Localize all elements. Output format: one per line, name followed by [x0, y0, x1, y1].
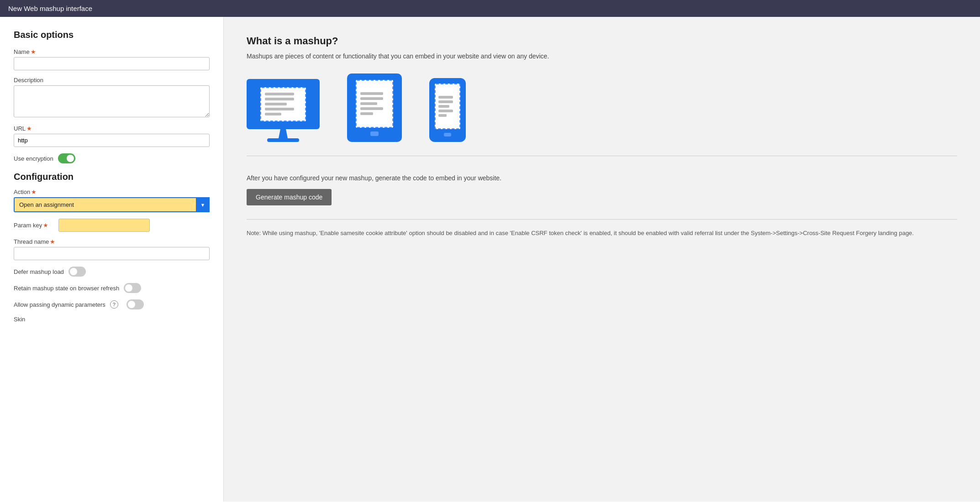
mashup-desc: Mashups are pieces of content or functio… [247, 52, 957, 60]
use-encryption-label: Use encryption [14, 155, 53, 162]
thread-name-required: ★ [50, 238, 55, 245]
tablet-line-5 [360, 112, 373, 115]
action-select-wrapper: Open an assignment Open a thread Create … [14, 197, 210, 212]
skin-group: Skin [14, 316, 210, 323]
app-title: New Web mashup interface [8, 5, 92, 12]
name-label: Name★ [14, 48, 210, 55]
phone-home-button [444, 133, 451, 136]
retain-state-row: Retain mashup state on browser refresh [14, 283, 210, 293]
retain-state-label: Retain mashup state on browser refresh [14, 285, 119, 292]
desktop-line-4 [265, 108, 294, 110]
param-key-row: Param key★ [14, 219, 210, 232]
desktop-screen [247, 79, 320, 129]
right-panel: What is a mashup? Mashups are pieces of … [224, 17, 980, 502]
desktop-content [260, 87, 306, 121]
allow-dynamic-label: Allow passing dynamic parameters [14, 301, 105, 308]
description-group: Description [14, 77, 210, 119]
tablet-line-4 [360, 107, 383, 110]
top-bar: New Web mashup interface [0, 0, 980, 17]
thread-name-input[interactable] [14, 247, 210, 260]
name-input[interactable] [14, 57, 210, 70]
tablet-content [356, 80, 393, 128]
defer-toggle[interactable] [68, 267, 86, 277]
action-required: ★ [31, 189, 37, 195]
url-group: URL★ [14, 125, 210, 147]
phone-line-5 [438, 114, 447, 117]
name-required: ★ [31, 48, 36, 55]
tablet-line-3 [360, 102, 377, 105]
action-label: Action★ [14, 189, 210, 195]
basic-options-title: Basic options [14, 30, 210, 40]
phone-content [435, 84, 460, 129]
description-input[interactable] [14, 85, 210, 117]
left-panel: Basic options Name★ Description URL★ Use… [0, 17, 224, 502]
encryption-toggle[interactable] [58, 153, 75, 163]
main-layout: Basic options Name★ Description URL★ Use… [0, 17, 980, 502]
phone-line-4 [438, 110, 453, 112]
retain-toggle[interactable] [124, 283, 141, 293]
url-label: URL★ [14, 125, 210, 132]
desktop-stand [279, 129, 288, 138]
defer-mashup-row: Defer mashup load [14, 267, 210, 277]
tablet-line-2 [360, 97, 383, 100]
name-group: Name★ [14, 48, 210, 70]
note-text: Note: While using mashup, 'Enable samesi… [247, 219, 957, 238]
phone-line-2 [438, 100, 453, 103]
description-label: Description [14, 77, 210, 84]
desktop-line-2 [265, 98, 294, 100]
param-key-required: ★ [43, 222, 48, 229]
desktop-line-5 [265, 113, 281, 115]
defer-mashup-label: Defer mashup load [14, 268, 64, 275]
phone-body [429, 78, 466, 142]
allow-dynamic-row: Allow passing dynamic parameters ? [14, 299, 210, 309]
config-title: Configuration [14, 172, 210, 182]
action-group: Action★ Open an assignment Open a thread… [14, 189, 210, 212]
allow-dynamic-help-icon[interactable]: ? [110, 300, 118, 309]
tablet-home-button [370, 131, 379, 136]
param-key-input[interactable] [58, 219, 150, 232]
defer-slider [68, 267, 86, 277]
encryption-slider [58, 153, 75, 163]
url-required: ★ [26, 125, 32, 132]
desktop-base [267, 138, 299, 142]
desktop-illustration [247, 79, 320, 142]
skin-label: Skin [14, 316, 210, 323]
url-input[interactable] [14, 134, 210, 147]
action-select[interactable]: Open an assignment Open a thread Create … [14, 197, 210, 212]
tablet-illustration [347, 73, 402, 142]
tablet-body [347, 73, 402, 142]
generate-mashup-button[interactable]: Generate mashup code [247, 189, 332, 205]
desktop-line-1 [265, 93, 294, 95]
action-row: Open an assignment Open a thread Create … [14, 197, 210, 212]
thread-name-group: Thread name★ [14, 238, 210, 260]
phone-line-3 [438, 105, 449, 108]
phone-line-1 [438, 96, 453, 99]
thread-name-label: Thread name★ [14, 238, 210, 245]
retain-slider [124, 283, 141, 293]
tablet-line-1 [360, 92, 383, 95]
mashup-title: What is a mashup? [247, 35, 957, 47]
allow-dynamic-slider [126, 299, 144, 309]
allow-dynamic-toggle[interactable] [126, 299, 144, 309]
param-key-label: Param key★ [14, 222, 55, 229]
after-config-text: After you have configured your new mashu… [247, 174, 957, 182]
desktop-line-3 [265, 103, 287, 105]
device-illustrations [247, 73, 957, 156]
use-encryption-row: Use encryption [14, 153, 210, 163]
phone-illustration [429, 78, 466, 142]
